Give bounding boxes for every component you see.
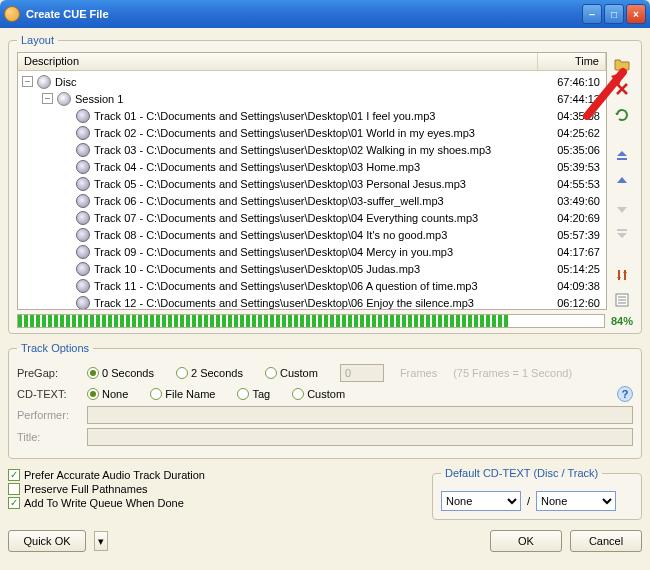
track-icon bbox=[76, 143, 90, 157]
tree-track-row[interactable]: Track 03 - C:\Documents and Settings\use… bbox=[18, 141, 606, 158]
slash-sep: / bbox=[527, 495, 530, 507]
track-icon bbox=[76, 279, 90, 293]
frames-label: Frames bbox=[400, 367, 437, 379]
tree-disc-row[interactable]: –Disc67:46:10 bbox=[18, 73, 606, 90]
delete-button[interactable] bbox=[612, 80, 632, 100]
app-icon bbox=[4, 6, 20, 22]
track-icon bbox=[76, 211, 90, 225]
default-cdtext-track-select[interactable]: None bbox=[536, 491, 616, 511]
cdtext-filename-radio[interactable]: File Name bbox=[150, 388, 215, 400]
tree-body[interactable]: –Disc67:46:10–Session 167:44:13Track 01 … bbox=[18, 71, 606, 309]
cdtext-tag-radio[interactable]: Tag bbox=[237, 388, 270, 400]
move-down-button[interactable] bbox=[612, 198, 632, 218]
title-bar: Create CUE File – □ × bbox=[0, 0, 650, 28]
track-icon bbox=[76, 245, 90, 259]
col-time[interactable]: Time bbox=[538, 53, 606, 70]
sort-toggle-button[interactable] bbox=[612, 265, 632, 285]
tree-track-row[interactable]: Track 08 - C:\Documents and Settings\use… bbox=[18, 226, 606, 243]
quick-ok-dropdown-icon[interactable]: ▾ bbox=[94, 531, 108, 551]
disc-icon bbox=[37, 75, 51, 89]
ok-button[interactable]: OK bbox=[490, 530, 562, 552]
refresh-button[interactable] bbox=[612, 105, 632, 125]
col-description[interactable]: Description bbox=[18, 53, 538, 70]
check-add-write-queue[interactable]: Add To Write Queue When Done bbox=[8, 497, 420, 509]
tree-track-row[interactable]: Track 10 - C:\Documents and Settings\use… bbox=[18, 260, 606, 277]
tree-track-row[interactable]: Track 02 - C:\Documents and Settings\use… bbox=[18, 124, 606, 141]
quick-ok-button[interactable]: Quick OK bbox=[8, 530, 86, 552]
expander-icon[interactable]: – bbox=[42, 93, 53, 104]
move-top-button[interactable] bbox=[612, 147, 632, 167]
performer-label: Performer: bbox=[17, 409, 79, 421]
track-icon bbox=[76, 262, 90, 276]
cdtext-label: CD-TEXT: bbox=[17, 388, 79, 400]
default-cdtext-disc-select[interactable]: None bbox=[441, 491, 521, 511]
minimize-button[interactable]: – bbox=[582, 4, 602, 24]
capacity-pct: 84% bbox=[611, 315, 633, 327]
layout-group: Layout Description Time –Disc67:46:10–Se… bbox=[8, 34, 642, 334]
track-icon bbox=[76, 228, 90, 242]
move-up-button[interactable] bbox=[612, 172, 632, 192]
close-button[interactable]: × bbox=[626, 4, 646, 24]
track-tree[interactable]: Description Time –Disc67:46:10–Session 1… bbox=[17, 52, 607, 310]
expander-icon[interactable]: – bbox=[22, 76, 33, 87]
default-cdtext-legend: Default CD-TEXT (Disc / Track) bbox=[441, 467, 602, 479]
tree-track-row[interactable]: Track 05 - C:\Documents and Settings\use… bbox=[18, 175, 606, 192]
check-preserve-pathnames[interactable]: Preserve Full Pathnames bbox=[8, 483, 420, 495]
track-icon bbox=[76, 109, 90, 123]
performer-input[interactable] bbox=[87, 406, 633, 424]
frames-hint: (75 Frames = 1 Second) bbox=[453, 367, 572, 379]
tree-header: Description Time bbox=[18, 53, 606, 71]
tree-track-row[interactable]: Track 01 - C:\Documents and Settings\use… bbox=[18, 107, 606, 124]
pregap-custom-radio[interactable]: Custom bbox=[265, 367, 318, 379]
cdtext-none-radio[interactable]: None bbox=[87, 388, 128, 400]
pregap-0s-radio[interactable]: 0 Seconds bbox=[87, 367, 154, 379]
tree-track-row[interactable]: Track 09 - C:\Documents and Settings\use… bbox=[18, 243, 606, 260]
tree-track-row[interactable]: Track 06 - C:\Documents and Settings\use… bbox=[18, 192, 606, 209]
track-options-group: Track Options PreGap: 0 Seconds 2 Second… bbox=[8, 342, 642, 459]
maximize-button[interactable]: □ bbox=[604, 4, 624, 24]
track-icon bbox=[76, 296, 90, 310]
pregap-label: PreGap: bbox=[17, 367, 79, 379]
layout-legend: Layout bbox=[17, 34, 58, 46]
disc-icon bbox=[57, 92, 71, 106]
open-folder-button[interactable] bbox=[612, 54, 632, 74]
tree-track-row[interactable]: Track 12 - C:\Documents and Settings\use… bbox=[18, 294, 606, 309]
properties-button[interactable] bbox=[612, 290, 632, 310]
track-icon bbox=[76, 194, 90, 208]
tree-session-row[interactable]: –Session 167:44:13 bbox=[18, 90, 606, 107]
pregap-custom-input[interactable] bbox=[340, 364, 384, 382]
default-cdtext-group: Default CD-TEXT (Disc / Track) None / No… bbox=[432, 467, 642, 520]
tree-track-row[interactable]: Track 07 - C:\Documents and Settings\use… bbox=[18, 209, 606, 226]
tree-track-row[interactable]: Track 04 - C:\Documents and Settings\use… bbox=[18, 158, 606, 175]
pregap-2s-radio[interactable]: 2 Seconds bbox=[176, 367, 243, 379]
title-label: Title: bbox=[17, 431, 79, 443]
cdtext-help-icon[interactable]: ? bbox=[617, 386, 633, 402]
track-icon bbox=[76, 160, 90, 174]
window-title: Create CUE File bbox=[26, 8, 582, 20]
check-accurate-duration[interactable]: Prefer Accurate Audio Track Duration bbox=[8, 469, 420, 481]
track-icon bbox=[76, 126, 90, 140]
options-legend: Track Options bbox=[17, 342, 93, 354]
capacity-progress bbox=[17, 314, 605, 328]
move-bottom-button[interactable] bbox=[612, 223, 632, 243]
tree-track-row[interactable]: Track 11 - C:\Documents and Settings\use… bbox=[18, 277, 606, 294]
cancel-button[interactable]: Cancel bbox=[570, 530, 642, 552]
cdtext-custom-radio[interactable]: Custom bbox=[292, 388, 345, 400]
title-input[interactable] bbox=[87, 428, 633, 446]
track-icon bbox=[76, 177, 90, 191]
